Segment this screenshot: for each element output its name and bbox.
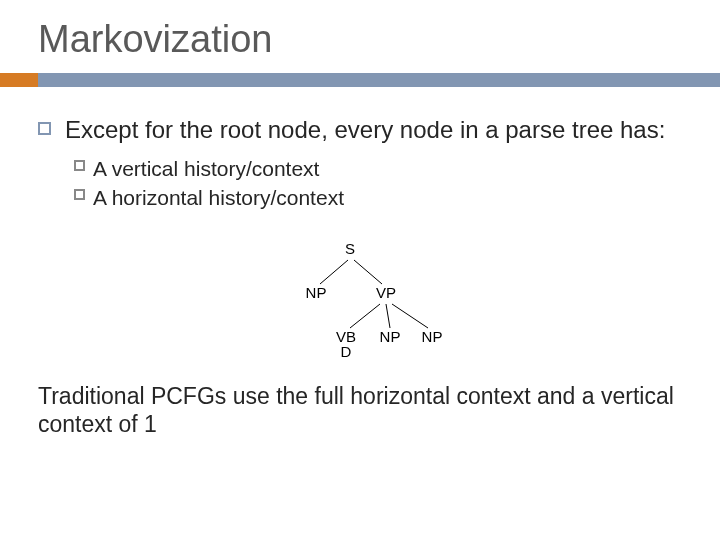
main-bullet-row: Except for the root node, every node in … <box>38 115 682 145</box>
tree-edge <box>350 304 380 328</box>
sub-bullet-icon <box>74 160 85 171</box>
sub-bullet-text: A vertical history/context <box>93 155 319 182</box>
main-bullet-text: Except for the root node, every node in … <box>65 115 665 145</box>
tree-node-vbd-bottom: D <box>341 343 352 360</box>
tree-svg: S NP VP VB D NP NP <box>250 238 470 368</box>
bullet-icon <box>38 122 51 135</box>
parse-tree: S NP VP VB D NP NP <box>38 238 682 368</box>
sub-bullet-row: A vertical history/context <box>74 155 682 182</box>
footer-text: Traditional PCFGs use the full horizonta… <box>0 368 720 440</box>
sub-bullet-text: A horizontal history/context <box>93 184 344 211</box>
slide-body: Except for the root node, every node in … <box>0 87 720 368</box>
tree-node-np: NP <box>306 284 327 301</box>
tree-node-np2: NP <box>380 328 401 345</box>
tree-edge <box>320 260 348 284</box>
accent-segment <box>0 73 38 87</box>
sub-bullet-list: A vertical history/context A horizontal … <box>74 155 682 212</box>
underline-segment <box>38 73 720 87</box>
tree-edge <box>354 260 382 284</box>
tree-node-root: S <box>345 240 355 257</box>
tree-edge <box>392 304 428 328</box>
title-underline <box>0 73 720 87</box>
sub-bullet-icon <box>74 189 85 200</box>
sub-bullet-row: A horizontal history/context <box>74 184 682 211</box>
slide-title: Markovization <box>0 0 720 73</box>
tree-node-vp: VP <box>376 284 396 301</box>
tree-node-np3: NP <box>422 328 443 345</box>
tree-edge <box>386 304 390 328</box>
